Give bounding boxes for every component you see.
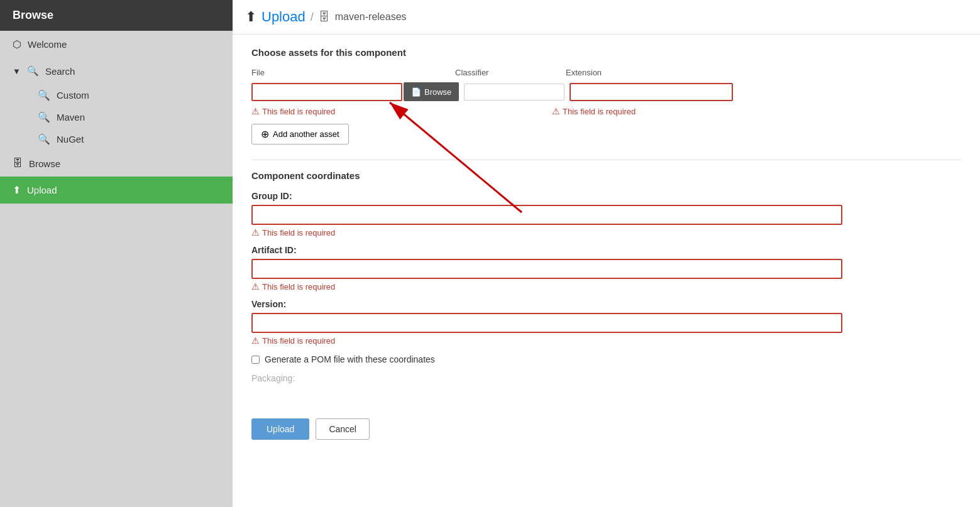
browse-file-icon: 📄 [411, 87, 421, 97]
field-labels-row: File Classifier Extension [251, 68, 961, 80]
file-input[interactable] [251, 83, 402, 101]
artifact-id-input[interactable] [251, 259, 842, 279]
assets-section-title: Choose assets for this component [251, 47, 961, 58]
maven-search-icon: 🔍 [38, 111, 50, 123]
header-upload-icon: ⬆ [245, 9, 256, 25]
sidebar-item-custom[interactable]: 🔍 Custom [25, 84, 233, 106]
version-error-icon: ⚠ [251, 335, 260, 346]
browse-header-label: Browse [13, 9, 53, 22]
group-id-input[interactable] [251, 205, 842, 225]
sidebar-item-search[interactable]: ▼ 🔍 Search [0, 58, 233, 84]
breadcrumb-separator: / [311, 11, 314, 24]
nuget-search-icon: 🔍 [38, 133, 50, 145]
sidebar-item-label: Browse [29, 158, 60, 169]
classifier-spacer [441, 104, 547, 116]
version-label: Version: [251, 299, 961, 309]
welcome-icon: ⬡ [13, 38, 21, 50]
artifact-id-label: Artifact ID: [251, 245, 961, 255]
file-input-row: 📄 Browse [251, 82, 961, 101]
sidebar-item-welcome[interactable]: ⬡ Welcome [0, 31, 233, 58]
sidebar-item-label: Maven [57, 112, 85, 123]
search-icon: 🔍 [27, 65, 39, 77]
upload-button[interactable]: Upload [251, 418, 309, 440]
upload-icon: ⬆ [13, 184, 21, 196]
classifier-label: Classifier [455, 68, 556, 77]
artifact-id-error-text: This field is required [262, 282, 335, 292]
classifier-input[interactable] [464, 84, 564, 101]
browse-icon: 🗄 [13, 158, 23, 169]
version-field: Version: ⚠ This field is required [251, 299, 961, 346]
component-coords-section: Component coordinates Group ID: ⚠ This f… [251, 170, 961, 383]
repo-name: maven-releases [335, 11, 407, 23]
file-error-text: This field is required [262, 107, 335, 116]
search-submenu: 🔍 Custom 🔍 Maven 🔍 NuGet [0, 84, 233, 150]
file-label: File [251, 68, 402, 77]
pom-checkbox[interactable] [251, 356, 260, 364]
extension-error-icon: ⚠ [552, 106, 560, 116]
extension-label: Extension [566, 68, 729, 77]
artifact-id-error: ⚠ This field is required [251, 281, 961, 292]
browse-button-label: Browse [424, 87, 451, 97]
page-header: ⬆ Upload / 🗄 maven-releases [233, 0, 980, 35]
file-error-icon: ⚠ [251, 106, 260, 116]
cancel-button[interactable]: Cancel [316, 418, 370, 440]
version-error-text: This field is required [262, 336, 335, 346]
repo-icon: 🗄 [319, 11, 330, 24]
sidebar-item-nuget[interactable]: 🔍 NuGet [25, 128, 233, 150]
pom-checkbox-label: Generate a POM file with these coordinat… [265, 354, 435, 364]
group-id-error: ⚠ This field is required [251, 227, 961, 237]
sidebar: Browse ⬡ Welcome ▼ 🔍 Search 🔍 Custom 🔍 M… [0, 0, 233, 507]
add-asset-icon: ⊕ [261, 128, 269, 140]
main-content: ⬆ Upload / 🗄 maven-releases Choose asset… [233, 0, 980, 507]
extension-input[interactable] [570, 83, 733, 101]
group-id-error-icon: ⚠ [251, 227, 260, 237]
sidebar-item-label: Custom [57, 90, 89, 101]
footer-buttons: Upload Cancel [251, 408, 961, 440]
browse-button[interactable]: 📄 Browse [404, 82, 459, 101]
add-asset-label: Add another asset [273, 129, 339, 139]
assets-section: Choose assets for this component File Cl… [251, 47, 961, 144]
extension-error-container: ⚠ This field is required [552, 104, 636, 116]
sidebar-item-browse[interactable]: 🗄 Browse [0, 150, 233, 177]
arrow-container: File Classifier Extension 📄 Browse [251, 68, 961, 116]
custom-search-icon: 🔍 [38, 89, 50, 101]
sidebar-item-label: NuGet [57, 134, 84, 144]
sidebar-item-upload[interactable]: ⬆ Upload [0, 177, 233, 204]
error-messages-row: ⚠ This field is required ⚠ This field is… [251, 104, 961, 116]
sidebar-item-label: Search [45, 66, 75, 77]
divider [251, 160, 961, 160]
sidebar-item-maven[interactable]: 🔍 Maven [25, 106, 233, 128]
file-error-msg: ⚠ This field is required [251, 106, 441, 116]
extension-error-text: This field is required [563, 107, 636, 116]
page-content: Choose assets for this component File Cl… [233, 35, 980, 452]
page-title: Upload [262, 9, 306, 25]
group-id-label: Group ID: [251, 191, 961, 201]
version-input[interactable] [251, 313, 842, 333]
artifact-id-field: Artifact ID: ⚠ This field is required [251, 245, 961, 292]
search-expand-icon: ▼ [13, 67, 21, 76]
packaging-label: Packaging: [251, 373, 961, 383]
add-asset-button[interactable]: ⊕ Add another asset [251, 124, 349, 144]
sidebar-header: Browse [0, 0, 233, 31]
group-id-field: Group ID: ⚠ This field is required [251, 191, 961, 237]
file-error-container: ⚠ This field is required [251, 104, 441, 116]
sidebar-item-label: Welcome [28, 39, 67, 50]
extension-error-msg: ⚠ This field is required [552, 106, 636, 116]
version-error: ⚠ This field is required [251, 335, 961, 346]
sidebar-item-label: Upload [27, 185, 57, 195]
component-coords-title: Component coordinates [251, 170, 961, 181]
artifact-id-error-icon: ⚠ [251, 281, 260, 292]
pom-checkbox-row: Generate a POM file with these coordinat… [251, 354, 961, 364]
group-id-error-text: This field is required [262, 228, 335, 237]
